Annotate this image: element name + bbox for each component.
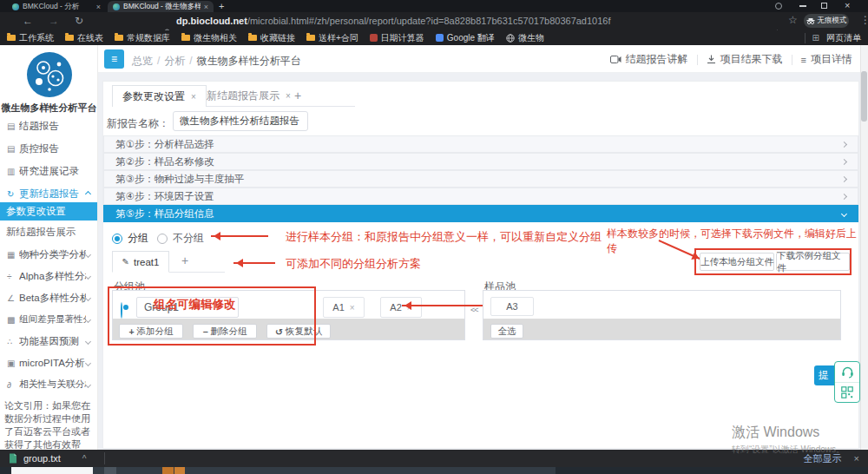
- qr-code-button[interactable]: [835, 382, 859, 402]
- sidebar-item-beta-diversity[interactable]: ∠Beta多样性分析: [0, 287, 98, 308]
- browser-menu-icon[interactable]: ⋮: [860, 14, 868, 26]
- radio-icon[interactable]: [157, 234, 168, 244]
- project-details-button[interactable]: ≡ 项目详情: [801, 52, 852, 67]
- edit-icon[interactable]: ✎: [122, 257, 129, 267]
- customer-service-button[interactable]: [835, 362, 859, 382]
- nogroup-radio-option[interactable]: 不分组: [157, 231, 204, 246]
- step-1-sample-select[interactable]: 第①步：分析样品选择: [103, 135, 858, 153]
- report-name-input[interactable]: [173, 111, 308, 131]
- incognito-badge[interactable]: 无痕模式: [804, 14, 849, 28]
- new-tab-icon[interactable]: +: [219, 1, 224, 11]
- alpha-icon: ÷: [7, 272, 19, 281]
- sidebar-subitem-new-report[interactable]: 新结题报告展示: [0, 223, 98, 240]
- bookmark-star-icon[interactable]: ☆: [788, 14, 798, 26]
- reading-list-button[interactable]: ⊞ 网页清单: [805, 32, 861, 44]
- bookmark-item[interactable]: Google 翻译: [436, 32, 495, 44]
- step-5-grouping-info[interactable]: 第⑤步：样品分组信息: [103, 205, 858, 222]
- close-icon[interactable]: ×: [191, 92, 196, 102]
- chevron-right-icon: [841, 141, 847, 147]
- taskbar-app-button[interactable]: [162, 467, 174, 474]
- bookmark-item[interactable]: 日期计算器: [370, 32, 424, 44]
- chevron-right-icon: [841, 158, 847, 164]
- chevron-down-icon: [85, 381, 91, 387]
- sidebar-subitem-parameter-settings[interactable]: 参数更改设置: [0, 202, 98, 221]
- bookmark-item[interactable]: 微生物: [506, 32, 544, 44]
- tab-close-icon[interactable]: ×: [96, 3, 101, 11]
- incognito-label: 无痕模式: [818, 16, 847, 26]
- sample-tag-a1[interactable]: A1×: [323, 297, 365, 318]
- media-control-icon[interactable]: [775, 3, 782, 10]
- collapse-menu-button[interactable]: ≡: [104, 49, 124, 69]
- taskbar-app-button[interactable]: [11, 467, 93, 474]
- bookmark-item[interactable]: 送样+合同: [306, 32, 358, 44]
- breadcrumb-overview[interactable]: 总览: [132, 55, 153, 67]
- sample-tag-a3[interactable]: A3: [490, 297, 534, 316]
- browser-tab-2[interactable]: BMKCloud - 微生物多样性分析 ×: [108, 1, 214, 12]
- chevron-down-icon: [85, 338, 91, 344]
- breadcrumb-current: 微生物多样性分析平台: [197, 55, 301, 67]
- browser-tab-1[interactable]: BMKCloud - 分析 ×: [7, 1, 106, 12]
- sidebar-item-correlation[interactable]: ∂相关性与关联分析: [0, 374, 98, 395]
- close-download-bar-icon[interactable]: ×: [854, 453, 859, 464]
- window-close-button[interactable]: ×: [845, 0, 850, 10]
- bookmark-item[interactable]: 常规数据库: [115, 32, 170, 44]
- browser-tab-title: BMKCloud - 分析: [23, 2, 93, 12]
- step-2-sample-rename[interactable]: 第②步：样品名称修改: [103, 153, 858, 170]
- bookmark-item[interactable]: 在线表: [65, 32, 103, 44]
- sidebar-item-micropita[interactable]: ▣microPITA分析: [0, 352, 98, 373]
- report-explain-button[interactable]: 结题报告讲解: [610, 52, 688, 67]
- windows-taskbar: [0, 467, 868, 474]
- add-tab-icon[interactable]: +: [294, 89, 301, 102]
- sidebar-item-alpha-diversity[interactable]: ÷Alpha多样性分析: [0, 266, 98, 286]
- taskbar-app-button[interactable]: [104, 467, 116, 474]
- tab-parameter-settings[interactable]: 参数更改设置×: [112, 85, 207, 107]
- bookmark-item[interactable]: 微生物相关: [181, 32, 237, 44]
- annotation-grouping: 进行样本分组：和原报告中分组意义一样，可以重新自定义分组: [286, 229, 602, 245]
- file-icon: ▤: [7, 144, 19, 154]
- sidebar-item-function-prediction[interactable]: ∴功能基因预测: [0, 331, 98, 352]
- project-download-button[interactable]: 项目结果下载: [707, 52, 783, 67]
- collapse-handle[interactable]: <<: [470, 306, 478, 314]
- select-all-button[interactable]: 全选: [490, 324, 523, 339]
- tab-close-icon[interactable]: ×: [204, 3, 208, 11]
- url-text[interactable]: dp.biocloud.net/microbial.html#/zh/perso…: [176, 16, 611, 26]
- breadcrumb-analysis[interactable]: 分析: [164, 55, 185, 67]
- close-icon[interactable]: ×: [286, 91, 291, 101]
- window-maximize-button[interactable]: [821, 3, 827, 9]
- taxonomy-icon: ▦: [7, 250, 19, 260]
- platform-title: 微生物多样性分析平台: [0, 102, 98, 115]
- step-4-env-factor[interactable]: 第④步：环境因子设置: [103, 188, 858, 205]
- folder-icon: [65, 35, 74, 41]
- annotation-arrow: [211, 235, 268, 237]
- sidebar-item-progress-log[interactable]: ▥研究进展记录: [0, 161, 98, 181]
- window-minimize-button[interactable]: [799, 5, 806, 7]
- bookmark-item[interactable]: 收藏链接: [248, 32, 295, 44]
- translate-icon: [436, 34, 444, 42]
- add-scheme-icon[interactable]: +: [181, 253, 188, 267]
- screen: BMKCloud - 分析 × BMKCloud - 微生物多样性分析 × + …: [0, 0, 868, 474]
- taskbar-app-button[interactable]: [174, 467, 185, 474]
- reload-icon[interactable]: ↻: [75, 15, 83, 27]
- sidebar-item-taxonomy[interactable]: ▦物种分类学分析: [0, 244, 98, 265]
- downloaded-file-chip[interactable]: group.txt ^: [0, 450, 95, 467]
- scheme-tab-treat1[interactable]: ✎ treat1: [112, 251, 169, 273]
- radio-selected-icon[interactable]: [112, 234, 122, 244]
- windows-activation-watermark: 激活 Windows 转到“设置”以激活 Windows。: [732, 424, 845, 456]
- sidebar-item-update-report[interactable]: ↻更新结题报告: [0, 183, 98, 204]
- download-example-file-button[interactable]: 下载示例分组文件: [776, 253, 850, 271]
- upload-group-file-button[interactable]: 上传本地分组文件: [700, 253, 774, 271]
- bookmark-item[interactable]: 工作系统: [7, 32, 54, 44]
- sidebar-item-final-report[interactable]: ▤结题报告: [0, 115, 98, 136]
- remove-icon[interactable]: ×: [350, 303, 355, 313]
- chevron-down-icon: [841, 210, 847, 216]
- platform-logo: [26, 51, 73, 98]
- scrollbar-thumb[interactable]: [861, 71, 867, 122]
- sidebar-item-qc-report[interactable]: ▤质控报告: [0, 138, 98, 159]
- forward-icon[interactable]: →: [49, 15, 59, 27]
- group-radio-option[interactable]: 分组: [112, 231, 148, 246]
- tab-new-report-display[interactable]: 新结题报告展示×: [197, 85, 300, 107]
- sidebar-item-group-difference[interactable]: ▩组间差异显著性分析: [0, 309, 98, 330]
- step-3-filter-flatten[interactable]: 第③步：物种过滤与丰度抽平: [103, 170, 858, 188]
- back-icon[interactable]: ←: [23, 15, 33, 27]
- chevron-up-icon[interactable]: ^: [82, 454, 87, 464]
